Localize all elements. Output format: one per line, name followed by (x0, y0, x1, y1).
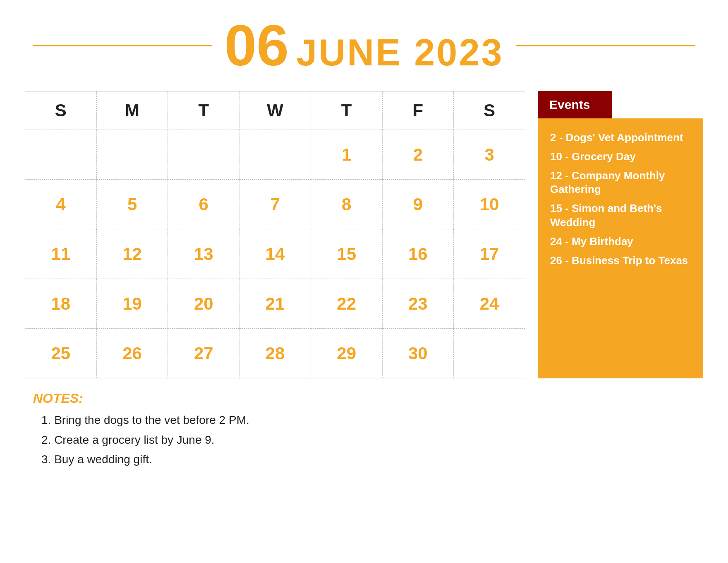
month-text: JUNE 2023 (296, 31, 503, 74)
calendar-cell[interactable]: 18 (25, 279, 97, 329)
calendar-cell[interactable]: 10 (454, 180, 525, 229)
calendar-cell[interactable]: 16 (382, 229, 454, 279)
calendar-cell[interactable]: 4 (25, 180, 97, 229)
calendar-cell[interactable]: 13 (168, 229, 239, 279)
event-item: 2 - Dogs' Vet Appointment (550, 131, 691, 145)
notes-list: 1. Bring the dogs to the vet before 2 PM… (33, 410, 695, 469)
calendar-cell[interactable] (25, 130, 97, 180)
calendar-cell[interactable]: 7 (239, 180, 311, 229)
events-panel: Events 2 - Dogs' Vet Appointment10 - Gro… (538, 91, 703, 378)
calendar-cell[interactable]: 9 (382, 180, 454, 229)
calendar-cell[interactable]: 30 (382, 329, 454, 378)
day-header-thu: T (311, 91, 382, 130)
calendar-cell[interactable]: 2 (382, 130, 454, 180)
calendar-cell[interactable] (168, 130, 239, 180)
calendar-cell[interactable] (239, 130, 311, 180)
notes-title: NOTES: (33, 391, 695, 406)
note-item: 1. Bring the dogs to the vet before 2 PM… (41, 410, 695, 430)
day-header-tue: T (168, 91, 239, 130)
calendar-cell[interactable] (96, 130, 168, 180)
calendar-cell[interactable]: 15 (311, 229, 382, 279)
calendar-header: 06 JUNE 2023 (0, 0, 728, 87)
calendar-row: 45678910 (25, 180, 525, 229)
calendar-row: 11121314151617 (25, 229, 525, 279)
calendar-cell[interactable]: 20 (168, 279, 239, 329)
calendar-row: 18192021222324 (25, 279, 525, 329)
calendar-cell[interactable]: 12 (96, 229, 168, 279)
calendar-cell[interactable]: 29 (311, 329, 382, 378)
calendar-cell[interactable]: 25 (25, 329, 97, 378)
event-item: 12 - Company Monthly Gathering (550, 169, 691, 197)
calendar-cell[interactable]: 24 (454, 279, 525, 329)
calendar-cell[interactable]: 5 (96, 180, 168, 229)
calendar-cell[interactable]: 26 (96, 329, 168, 378)
calendar-header-row: S M T W T F S (25, 91, 525, 130)
calendar-cell[interactable]: 23 (382, 279, 454, 329)
day-header-mon: M (96, 91, 168, 130)
day-header-sun: S (25, 91, 97, 130)
calendar-cell[interactable] (454, 329, 525, 378)
calendar-row: 252627282930 (25, 329, 525, 378)
note-item: 2. Create a grocery list by June 9. (41, 430, 695, 450)
calendar-cell[interactable]: 27 (168, 329, 239, 378)
calendar-cell[interactable]: 11 (25, 229, 97, 279)
calendar-cell[interactable]: 14 (239, 229, 311, 279)
month-number: 06 (224, 17, 289, 75)
main-layout: S M T W T F S 12345678910111213141516171… (0, 87, 728, 378)
header-line-right (516, 45, 695, 46)
events-body: 2 - Dogs' Vet Appointment10 - Grocery Da… (538, 118, 703, 378)
event-item: 24 - My Birthday (550, 235, 691, 249)
header-title: 06 JUNE 2023 (224, 17, 503, 75)
calendar-cell[interactable]: 21 (239, 279, 311, 329)
day-header-sat: S (454, 91, 525, 130)
calendar-cell[interactable]: 1 (311, 130, 382, 180)
note-item: 3. Buy a wedding gift. (41, 450, 695, 469)
event-item: 10 - Grocery Day (550, 150, 691, 164)
calendar-cell[interactable]: 3 (454, 130, 525, 180)
calendar-section: S M T W T F S 12345678910111213141516171… (25, 91, 525, 378)
calendar-cell[interactable]: 22 (311, 279, 382, 329)
calendar-cell[interactable]: 28 (239, 329, 311, 378)
notes-section: NOTES: 1. Bring the dogs to the vet befo… (0, 378, 728, 478)
event-item: 26 - Business Trip to Texas (550, 254, 691, 268)
calendar-cell[interactable]: 6 (168, 180, 239, 229)
day-header-wed: W (239, 91, 311, 130)
calendar-cell[interactable]: 19 (96, 279, 168, 329)
calendar-body: 1234567891011121314151617181920212223242… (25, 130, 525, 378)
events-header: Events (538, 91, 612, 118)
calendar-table: S M T W T F S 12345678910111213141516171… (25, 91, 525, 378)
calendar-cell[interactable]: 17 (454, 229, 525, 279)
day-header-fri: F (382, 91, 454, 130)
calendar-row: 123 (25, 130, 525, 180)
calendar-cell[interactable]: 8 (311, 180, 382, 229)
event-item: 15 - Simon and Beth's Wedding (550, 202, 691, 230)
header-line-left (33, 45, 212, 46)
